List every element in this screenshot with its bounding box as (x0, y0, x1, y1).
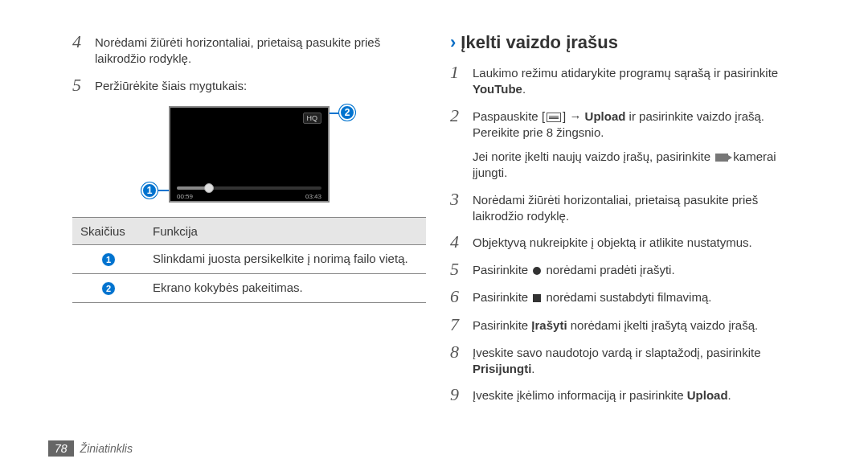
record-icon (533, 267, 541, 275)
step-text: Laukimo režimu atidarykite programų sąra… (473, 63, 804, 98)
page-number: 78 (48, 440, 74, 457)
page-footer: 78 Žiniatinklis (48, 440, 133, 457)
step-8: 8 Įveskite savo naudotojo vardą ir slapt… (450, 342, 804, 378)
callout-badge-1: 1 (141, 182, 158, 199)
heading-arrow-icon: › (450, 32, 456, 53)
progress-bar (177, 186, 321, 190)
step-text: Objektyvą nukreipkite į objektą ir atlik… (473, 232, 804, 252)
step-text: Įveskite įkėlimo informaciją ir pasirink… (473, 385, 804, 404)
step-3: 3 Norėdami žiūrėti horizontaliai, prieta… (450, 190, 804, 225)
step-number: 4 (450, 232, 473, 252)
step-text: Paspauskite [] → Upload ir pasirinkite v… (473, 106, 804, 141)
step-number: 2 (450, 106, 473, 141)
step-2-note: Jei norite įkelti naujų vaizdo įrašų, pa… (473, 149, 804, 182)
step-number: 5 (450, 260, 473, 279)
table-row: 2 Ekrano kokybės pakeitimas. (72, 273, 426, 302)
step-number: 5 (72, 76, 95, 95)
table-cell-desc: Slinkdami juosta persikelkite į norimą f… (145, 244, 426, 273)
step-number: 7 (450, 315, 473, 334)
step-number: 3 (450, 190, 473, 225)
step-2: 2 Paspauskite [] → Upload ir pasirinkite… (450, 106, 804, 141)
step-5: 5 Pasirinkite norėdami pradėti įrašyti. (450, 260, 804, 279)
stop-icon (533, 294, 541, 302)
table-cell-desc: Ekrano kokybės pakeitimas. (145, 273, 426, 302)
step-text: Pasirinkite Įrašyti norėdami įkelti įraš… (473, 315, 804, 334)
video-illustration: 2 1 HQ 00:59 03:43 (153, 106, 346, 203)
step-9: 9 Įveskite įkėlimo informaciją ir pasiri… (450, 385, 804, 404)
step-text: Peržiūrėkite šiais mygtukais: (95, 76, 426, 95)
step-number: 8 (450, 342, 473, 378)
step-number: 1 (450, 63, 473, 98)
progress-thumb (204, 183, 214, 193)
step-text: Pasirinkite norėdami pradėti įrašyti. (473, 260, 804, 279)
hq-badge: HQ (303, 113, 322, 124)
time-current: 00:59 (177, 193, 193, 200)
table-cell-badge: 2 (72, 273, 145, 302)
section-heading: › Įkelti vaizdo įrašus (450, 32, 804, 53)
left-column: 4 Norėdami žiūrėti horizontaliai, prieta… (48, 32, 442, 471)
step-4: 4 Objektyvą nukreipkite į objektą ir atl… (450, 232, 804, 252)
table-cell-badge: 1 (72, 244, 145, 273)
table-row: 1 Slinkdami juosta persikelkite į norimą… (72, 244, 426, 273)
step-5-left: 5 Peržiūrėkite šiais mygtukais: (72, 76, 426, 95)
right-column: › Įkelti vaizdo įrašus 1 Laukimo režimu … (442, 32, 820, 471)
num-badge-1-icon: 1 (101, 252, 116, 267)
step-text: Pasirinkite norėdami sustabdyti filmavim… (473, 287, 804, 306)
heading-text: Įkelti vaizdo įrašus (461, 32, 618, 53)
function-table: Skaičius Funkcija 1 Slinkdami juosta per… (72, 217, 426, 303)
menu-icon (547, 113, 561, 122)
step-number: 6 (450, 287, 473, 306)
step-text: Įveskite savo naudotojo vardą ir slaptaž… (473, 342, 804, 378)
callout-badge-2: 2 (339, 104, 355, 121)
step-text: Norėdami žiūrėti horizontaliai, prietais… (95, 32, 426, 68)
step-7: 7 Pasirinkite Įrašyti norėdami įkelti įr… (450, 315, 804, 334)
num-badge-2-icon: 2 (101, 281, 116, 296)
table-header-function: Funkcija (145, 217, 426, 244)
step-number: 9 (450, 385, 473, 404)
camera-icon (715, 154, 728, 162)
video-player-mock: HQ 00:59 03:43 (169, 106, 330, 203)
section-name: Žiniatinklis (80, 442, 133, 455)
manual-page: 4 Norėdami žiūrėti horizontaliai, prieta… (0, 0, 868, 471)
step-1: 1 Laukimo režimu atidarykite programų są… (450, 63, 804, 98)
table-header-number: Skaičius (72, 217, 145, 244)
step-6: 6 Pasirinkite norėdami sustabdyti filmav… (450, 287, 804, 306)
step-number: 4 (72, 32, 95, 68)
step-4-left: 4 Norėdami žiūrėti horizontaliai, prieta… (72, 32, 426, 68)
step-text: Norėdami žiūrėti horizontaliai, prietais… (473, 190, 804, 225)
time-total: 03:43 (305, 193, 321, 200)
